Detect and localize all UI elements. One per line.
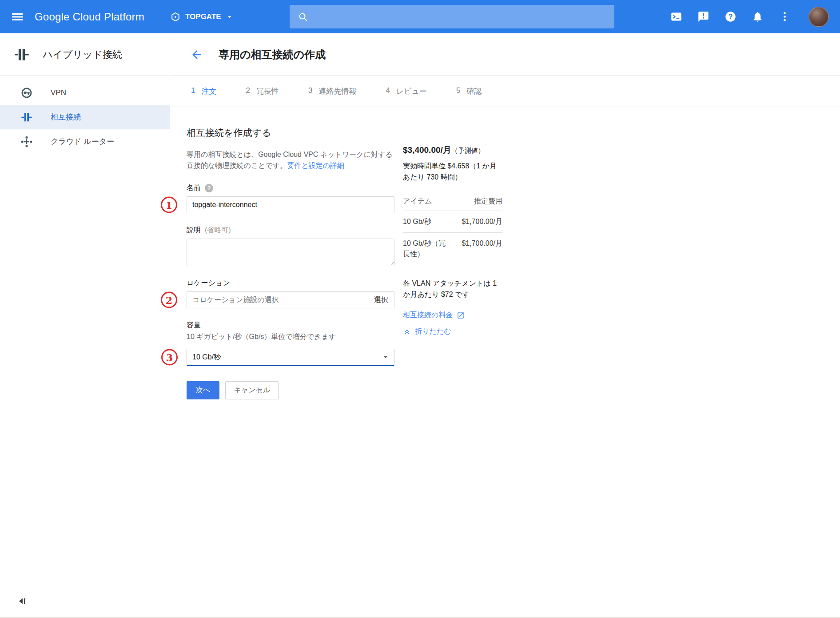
project-name: TOPGATE (185, 12, 221, 21)
description-label: 説明 (省略可) (187, 226, 394, 235)
cloud-shell-icon[interactable] (670, 11, 682, 23)
topbar-actions: ? (670, 7, 829, 27)
more-icon[interactable] (779, 11, 791, 23)
caret-down-icon (226, 13, 234, 21)
vpn-icon (20, 87, 33, 99)
sidebar-item-label: 相互接続 (51, 112, 81, 122)
project-switcher[interactable]: TOPGATE (170, 12, 234, 22)
select-location-button[interactable]: 選択 (368, 291, 394, 308)
name-help-icon[interactable]: ? (205, 184, 213, 192)
sidebar-header: ハイブリッド接続 (0, 33, 170, 76)
collapse-chevrons-icon (403, 328, 411, 336)
content: 相互接続を作成する 専用の相互接続とは、Google Cloud VPC ネット… (171, 107, 840, 399)
description-textarea[interactable] (187, 239, 394, 266)
sidebar-title: ハイブリッド接続 (43, 48, 122, 61)
search-icon (298, 12, 308, 22)
cancel-button[interactable]: キャンセル (225, 381, 279, 399)
main-content: 専用の相互接続の作成 1注文 2冗長性 3連絡先情報 4レビュー 5確認 相互接… (171, 33, 840, 618)
sidebar-item-label: VPN (51, 88, 66, 97)
name-field-row: 1 (187, 196, 394, 213)
step-contact-info: 3連絡先情報 (308, 86, 356, 96)
cost-estimate-panel: $3,400.00/月（予測値） 実効時間単位 $4.658（1 か月あたり 7… (403, 127, 502, 399)
svg-text:?: ? (729, 13, 733, 20)
form-buttons: 次へ キャンセル (187, 381, 394, 399)
name-input[interactable] (187, 196, 394, 213)
feedback-icon[interactable] (697, 11, 709, 23)
back-button[interactable] (190, 48, 203, 61)
collapse-nav-icon[interactable] (15, 594, 31, 610)
capacity-select[interactable]: 3 10 Gb/秒 (187, 349, 394, 366)
gcp-console: Google Cloud Platform TOPGATE ? (0, 0, 840, 618)
cost-estimate-table: アイテム 推定費用 10 Gb/秒 $1,700.00/月 10 Gb/秒（冗長… (403, 197, 502, 265)
annotation-circle-1: 1 (161, 197, 177, 213)
search-bar[interactable] (290, 5, 614, 28)
table-row: 10 Gb/秒（冗長性） $1,700.00/月 (403, 233, 502, 265)
next-button[interactable]: 次へ (187, 381, 219, 399)
avatar[interactable] (808, 7, 829, 27)
location-field-row: 2 選択 (187, 291, 394, 308)
topbar: Google Cloud Platform TOPGATE ? (0, 0, 840, 33)
stepper: 1注文 2冗長性 3連絡先情報 4レビュー 5確認 (171, 76, 840, 107)
requirements-link[interactable]: 要件と設定の詳細 (287, 162, 344, 169)
menu-icon[interactable] (0, 0, 35, 33)
effective-rate: 実効時間単位 $4.658（1 か月あたり 730 時間） (403, 160, 502, 183)
sidebar-item-vpn[interactable]: VPN (0, 80, 170, 105)
sidebar-item-interconnect[interactable]: 相互接続 (0, 105, 170, 129)
capacity-help-text: 10 ギガビット/秒（Gb/s）単位で増分できます (187, 332, 394, 342)
step-review: 4レビュー (386, 86, 427, 96)
name-label: 名前 ? (187, 183, 394, 193)
interconnect-pricing-link[interactable]: 相互接続の料金 (403, 311, 465, 320)
sidebar-nav: VPN 相互接続 クラウド ルーター (0, 76, 170, 154)
annotation-circle-3: 3 (161, 349, 178, 366)
location-label: ロケーション (187, 279, 394, 288)
cloud-router-icon (20, 136, 33, 148)
interconnect-icon (20, 111, 33, 124)
estimated-total: $3,400.00/月（予測値） (403, 144, 502, 156)
dropdown-caret-icon (382, 354, 389, 360)
help-icon[interactable]: ? (725, 11, 736, 23)
table-row: 10 Gb/秒 $1,700.00/月 (403, 211, 502, 233)
vlan-note: 各 VLAN アタッチメントは 1 か月あたり $72 です (403, 278, 502, 300)
app-title[interactable]: Google Cloud Platform (35, 11, 144, 23)
location-input[interactable] (187, 291, 368, 308)
notifications-icon[interactable] (752, 11, 764, 23)
capacity-label: 容量 (187, 321, 394, 330)
collapse-estimate-link[interactable]: 折りたたむ (403, 327, 451, 336)
form-heading: 相互接続を作成する (187, 127, 394, 139)
interconnect-form: 相互接続を作成する 専用の相互接続とは、Google Cloud VPC ネット… (187, 127, 394, 399)
hybrid-connectivity-icon (13, 46, 30, 63)
page-title: 専用の相互接続の作成 (219, 48, 326, 62)
step-confirm: 5確認 (456, 86, 482, 96)
step-order[interactable]: 1注文 (191, 86, 216, 96)
col-item: アイテム (403, 197, 432, 206)
external-link-icon (457, 311, 465, 319)
project-icon (170, 12, 181, 22)
form-description: 専用の相互接続とは、Google Cloud VPC ネットワークに対する直接的… (187, 149, 394, 171)
search-input[interactable] (315, 12, 606, 21)
sidebar-item-cloud-router[interactable]: クラウド ルーター (0, 129, 170, 154)
step-redundancy: 2冗長性 (246, 86, 279, 96)
annotation-circle-2: 2 (161, 292, 177, 308)
sidebar-item-label: クラウド ルーター (51, 136, 114, 147)
page-header: 専用の相互接続の作成 (171, 33, 840, 76)
table-header: アイテム 推定費用 (403, 197, 502, 211)
col-cost: 推定費用 (474, 197, 502, 206)
sidebar: ハイブリッド接続 VPN 相互接続 クラウド ルーター (0, 33, 170, 618)
